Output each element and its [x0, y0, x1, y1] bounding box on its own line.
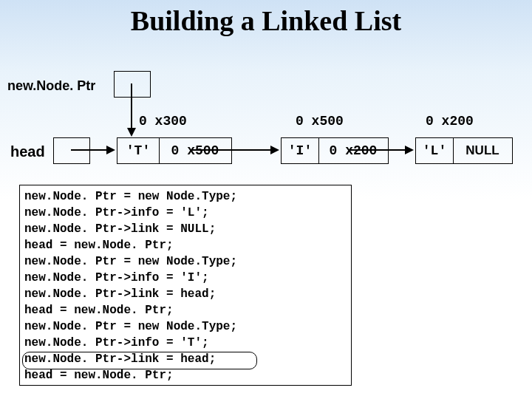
code-line-10: new.Node. Ptr->info = 'T';: [24, 335, 347, 351]
arrow-newnodeptr-head: [127, 128, 136, 137]
code-line-8: head = new.Node. Ptr;: [24, 302, 347, 318]
addr-n3: 0 x200: [426, 114, 474, 129]
node-1: 'T' 0 x500: [117, 137, 232, 164]
code-line-4: head = new.Node. Ptr;: [24, 237, 347, 253]
node-2-link: 0 x200: [318, 138, 388, 163]
ptrbox-newnodeptr: [114, 71, 151, 98]
label-head: head: [10, 143, 45, 160]
code-line-1: new.Node. Ptr = new Node.Type;: [24, 188, 347, 205]
node-3-info: 'L': [416, 138, 453, 163]
code-line-12: head = new.Node. Ptr;: [24, 367, 347, 383]
arrow-n1-n2: [192, 149, 272, 151]
highlight-current-line: [22, 352, 257, 369]
code-line-6: new.Node. Ptr->info = 'I';: [24, 270, 347, 286]
arrow-newnodeptr: [131, 83, 132, 129]
addr-n1: 0 x300: [139, 114, 187, 129]
arrow-n1-n2-tip: [270, 146, 279, 154]
node-3-link: NULL: [453, 138, 512, 163]
ptrbox-head: [53, 137, 90, 164]
code-line-9: new.Node. Ptr = new Node.Type;: [24, 318, 347, 335]
node-1-link: 0 x500: [159, 138, 231, 163]
node-2: 'I' 0 x200: [281, 137, 389, 164]
arrow-head-to-n1-tip: [106, 146, 115, 154]
node-1-info: 'T': [117, 138, 159, 163]
label-newnodeptr: new.Node. Ptr: [7, 78, 95, 94]
page-title: Building a Linked List: [0, 4, 532, 37]
node-3: 'L' NULL: [415, 137, 513, 164]
code-line-5: new.Node. Ptr = new Node.Type;: [24, 253, 347, 270]
code-line-3: new.Node. Ptr->link = NULL;: [24, 221, 347, 237]
arrow-n2-n3-tip: [405, 146, 414, 154]
arrow-n2-n3: [349, 149, 406, 151]
arrow-head-to-n1: [71, 149, 108, 151]
code-line-7: new.Node. Ptr->link = head;: [24, 286, 347, 302]
node-2-info: 'I': [282, 138, 318, 163]
addr-n2: 0 x500: [296, 114, 344, 129]
code-line-2: new.Node. Ptr->info = 'L';: [24, 205, 347, 221]
